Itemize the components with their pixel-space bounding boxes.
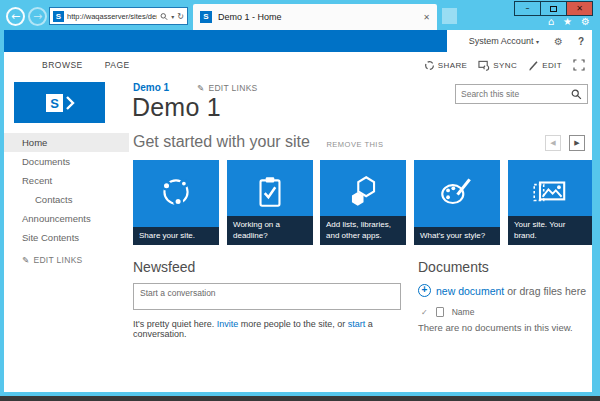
home-icon[interactable]: ⌂ [548, 16, 554, 27]
newsfeed-empty-text: It's pretty quiet here. Invite more peop… [133, 319, 413, 339]
favorites-star-icon[interactable]: ★ [563, 16, 572, 27]
sharepoint-logo-icon: S [43, 90, 77, 116]
maximize-button[interactable] [540, 1, 567, 16]
tab-title: Demo 1 - Home [218, 12, 417, 22]
tile-caption: Your site. Your brand. [508, 216, 592, 245]
account-menu[interactable]: System Account ▾ [469, 36, 539, 46]
minimize-button[interactable]: – [514, 1, 541, 16]
refresh-icon[interactable]: ↻ [177, 12, 184, 21]
drag-files-text: or drag files here [504, 285, 586, 297]
tile-caption: Add lists, libraries, and other apps. [320, 216, 406, 245]
new-document-row[interactable]: + new document or drag files here [418, 284, 586, 297]
tab-browse[interactable]: BROWSE [42, 60, 83, 70]
sync-button[interactable]: SYNC [478, 60, 517, 71]
name-column-header[interactable]: Name [452, 307, 475, 317]
carousel-prev-button[interactable]: ◀ [545, 135, 561, 151]
tile-your-brand[interactable]: Your site. Your brand. [508, 160, 592, 245]
share-icon [424, 60, 435, 71]
tile-caption: What's your style? [414, 227, 500, 245]
site-search-box[interactable] [455, 84, 588, 104]
documents-title: Documents [418, 259, 489, 275]
sharepoint-favicon: S [53, 11, 64, 22]
getting-started-tiles: Share your site. Working on a deadline? [133, 160, 592, 245]
invite-link[interactable]: Invite [217, 319, 239, 329]
url-text[interactable]: http://waqasserver/sites/demo1 [67, 12, 157, 21]
carousel-next-button[interactable]: ▶ [569, 135, 585, 151]
conversation-input[interactable] [134, 284, 400, 309]
share-button[interactable]: SHARE [424, 60, 468, 71]
tile-caption: Share your site. [133, 227, 219, 245]
address-bar[interactable]: S http://waqasserver/sites/demo1 ▾ ↻ [49, 7, 188, 25]
tile-working-deadline[interactable]: Working on a deadline? [227, 160, 313, 245]
suite-bar-brand [4, 30, 447, 52]
clipboard-check-icon [250, 172, 290, 212]
focus-mode-icon[interactable] [573, 59, 585, 71]
top-edit-links[interactable]: ✎EDIT LINKS [197, 83, 258, 93]
plus-circle-icon: + [418, 284, 431, 297]
main-content: Get started with your site REMOVE THIS ◀… [133, 133, 592, 155]
document-type-icon [436, 307, 444, 317]
close-button[interactable]: ✕ [566, 1, 593, 16]
sidebar-item-site-contents[interactable]: Site Contents [4, 228, 129, 247]
browser-forward-button[interactable]: → [28, 7, 47, 26]
chevron-down-icon[interactable]: ▾ [171, 13, 174, 20]
edit-label: EDIT [542, 61, 562, 70]
tile-caption: Working on a deadline? [227, 216, 313, 245]
sidebar-item-home[interactable]: Home [4, 133, 129, 152]
tile-add-apps[interactable]: Add lists, libraries, and other apps. [320, 160, 406, 245]
browser-tab[interactable]: S Demo 1 - Home ✕ [193, 4, 437, 30]
edit-links-label: EDIT LINKS [33, 255, 82, 265]
tile-share-your-site[interactable]: Share your site. [133, 160, 219, 245]
pencil-icon: ✎ [197, 83, 204, 93]
sharepoint-favicon: S [200, 11, 212, 23]
account-label: System Account [469, 36, 534, 46]
pencil-icon: ✎ [22, 255, 29, 265]
tab-page[interactable]: PAGE [105, 60, 130, 70]
select-all-check-icon[interactable]: ✓ [421, 308, 428, 317]
newsfeed-title: Newsfeed [133, 259, 195, 275]
tab-close-icon[interactable]: ✕ [423, 13, 430, 22]
help-icon[interactable]: ? [578, 36, 584, 47]
remove-this-link[interactable]: REMOVE THIS [326, 140, 383, 149]
share-circle-icon [156, 172, 196, 212]
taskbar-edge [0, 396, 600, 401]
search-icon[interactable] [160, 12, 168, 21]
tile-whats-your-style[interactable]: What's your style? [414, 160, 500, 245]
newsfeed-composer[interactable] [133, 283, 401, 310]
edit-button[interactable]: EDIT [528, 60, 562, 71]
sidebar-item-recent[interactable]: Recent [4, 171, 129, 190]
quiet-middle: more people to the site, or [238, 319, 348, 329]
chevron-down-icon: ▾ [536, 38, 539, 45]
ie-browser-window: ← → S http://waqasserver/sites/demo1 ▾ ↻… [0, 0, 600, 401]
site-logo[interactable]: S [14, 82, 105, 123]
sidebar-item-announcements[interactable]: Announcements [4, 209, 129, 228]
new-tab-button[interactable] [442, 8, 457, 24]
sync-label: SYNC [493, 61, 517, 70]
hexagons-icon [343, 172, 383, 212]
search-icon[interactable] [571, 89, 582, 100]
quick-launch-nav: Home Documents Recent Contacts Announcem… [4, 133, 129, 265]
suite-bar: System Account ▾ ⚙ ? [4, 30, 592, 52]
settings-gear-icon[interactable]: ⚙ [554, 36, 563, 47]
new-document-link[interactable]: new document [436, 285, 504, 297]
sharepoint-page: System Account ▾ ⚙ ? BROWSE PAGE SHARE [4, 30, 592, 392]
sync-icon [478, 60, 490, 71]
search-input[interactable] [461, 89, 571, 99]
picture-icon [530, 172, 570, 212]
sidebar-edit-links[interactable]: ✎EDIT LINKS [4, 255, 129, 265]
window-controls: – ✕ [515, 1, 593, 16]
sidebar-item-contacts[interactable]: Contacts [4, 190, 129, 209]
tools-gear-icon[interactable]: ⚙ [581, 16, 590, 27]
page-title: Demo 1 [132, 93, 221, 122]
palette-brush-icon [437, 172, 477, 212]
edit-links-label: EDIT LINKS [208, 83, 257, 93]
breadcrumb[interactable]: Demo 1 [133, 82, 169, 93]
edit-pencil-icon [528, 60, 539, 71]
getting-started-title: Get started with your site [133, 133, 310, 151]
documents-empty-text: There are no documents in this view. [418, 322, 573, 333]
start-conversation-link[interactable]: start [348, 319, 366, 329]
maximize-icon [550, 6, 557, 12]
documents-header-row: ✓ Name [421, 307, 591, 320]
sidebar-item-documents[interactable]: Documents [4, 152, 129, 171]
browser-back-button[interactable]: ← [6, 7, 25, 26]
